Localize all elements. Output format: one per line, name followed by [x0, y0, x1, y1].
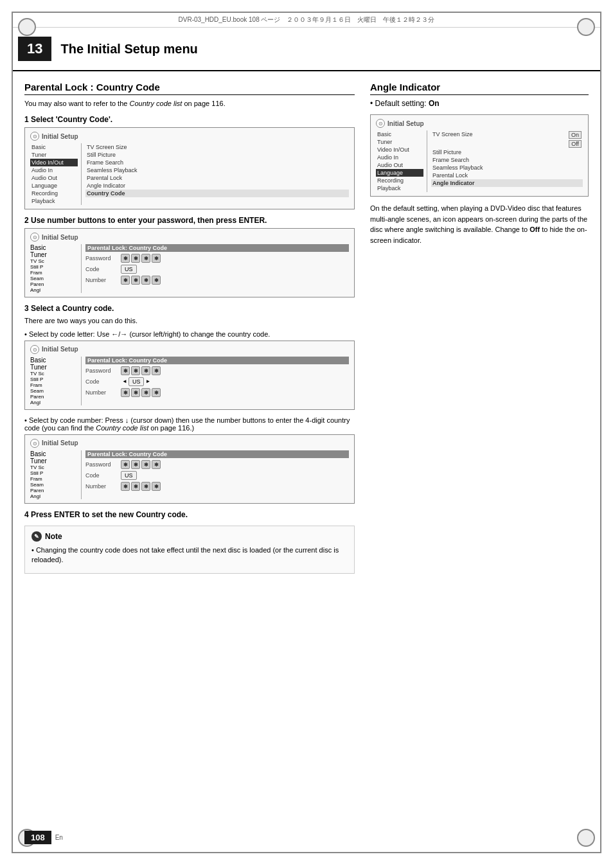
s3bk2: ✱ [131, 460, 140, 469]
cc-number-row: Number ✱ ✱ ✱ ✱ [85, 276, 349, 285]
s3b-frame: Fram [30, 476, 78, 482]
angle-default: Default setting: On [370, 99, 589, 108]
key1: ✱ [121, 254, 130, 263]
step2-box-title: Initial Setup [42, 234, 78, 241]
s3n1: ✱ [121, 388, 130, 397]
angle-box-header: ⊙ Initial Setup [376, 119, 583, 128]
opt-tvscreen: TV Screen Size [85, 143, 349, 151]
left-column: Parental Lock : Country Code You may als… [24, 82, 355, 574]
s3a-frame: Fram [30, 382, 78, 388]
chapter-header: 13 The Initial Setup menu [13, 28, 600, 71]
page-lang: En [55, 834, 63, 841]
setup-logo-icon2: ⊙ [30, 233, 39, 242]
step2-cc-right: Parental Lock: Country Code Password ✱ ✱… [82, 244, 349, 293]
step1-setup-box: ⊙ Initial Setup Basic Tuner Video In/Out… [24, 127, 355, 209]
step3-bullet2: Select by code number: Press ↓ (cursor d… [24, 416, 355, 432]
step3-box1: ⊙ Initial Setup Basic Tuner TV Sc Still … [24, 341, 355, 410]
opt-parental: Parental Lock [85, 174, 349, 182]
note-icon: ✎ [31, 531, 42, 542]
note-bullet: Changing the country code does not take … [31, 545, 348, 565]
cc-code-value: US [121, 265, 137, 274]
cc-number-value: ✱ ✱ ✱ ✱ [121, 276, 161, 285]
s3bn4: ✱ [152, 482, 161, 491]
step2-left-menu: Basic Tuner TV Sc Still P Fram Seam Pare… [30, 244, 82, 293]
s3b-number-value: ✱ ✱ ✱ ✱ [121, 482, 161, 491]
opt-country: Country Code [85, 190, 349, 197]
cc-number-label: Number [85, 277, 121, 283]
angle-panels: Basic Tuner Video In/Out Audio In Audio … [376, 130, 583, 192]
s3a-seam: Seam [30, 388, 78, 394]
cc-code-label: Code [85, 266, 121, 272]
chapter-title: The Initial Setup menu [60, 42, 197, 57]
nkey2: ✱ [131, 276, 140, 285]
s3-number-row: Number ✱ ✱ ✱ ✱ [85, 388, 349, 397]
s3-number-value: ✱ ✱ ✱ ✱ [121, 388, 161, 397]
step3b-cc-right: Parental Lock: Country Code Password ✱ ✱… [82, 450, 349, 499]
s3b-cc-heading: Parental Lock: Country Code [85, 450, 349, 458]
s3b-number-row: Number ✱ ✱ ✱ ✱ [85, 482, 349, 491]
ang-language: Language [376, 169, 423, 177]
parental-lock-heading: Parental Lock : Country Code [24, 82, 355, 95]
opt-stillpic: Still Picture [85, 151, 349, 159]
s3bn1: ✱ [121, 482, 130, 491]
ang-still: Still Picture [431, 148, 583, 156]
step2-cc-panel: Basic Tuner TV Sc Still P Fram Seam Pare… [30, 244, 349, 293]
menu-recording: Recording [30, 190, 78, 197]
meta-bar: DVR-03_HDD_EU.book 108 ページ ２００３年９月１６日 火曜… [13, 13, 600, 28]
step1-box-header: ⊙ Initial Setup [30, 132, 349, 141]
s3-pass-label: Password [85, 368, 121, 374]
ang-on-indicator: On [569, 131, 582, 139]
ang-off-indicator: Off [569, 140, 582, 148]
ang-opt-off: Off [431, 139, 583, 148]
file-info: DVR-03_HDD_EU.book 108 ページ ２００３年９月１６日 火曜… [179, 16, 435, 23]
s2-video: TV Sc [30, 258, 78, 264]
content-area: Parental Lock : Country Code You may als… [13, 71, 600, 574]
menu-audioout: Audio Out [30, 174, 78, 182]
angle-default-text: Default setting: [375, 99, 429, 108]
step3-box2: ⊙ Initial Setup Basic Tuner TV Sc Still … [24, 434, 355, 504]
key2: ✱ [131, 254, 140, 263]
s3a-tuner: Tuner [30, 364, 78, 371]
cc-password-row: Password ✱ ✱ ✱ ✱ [85, 254, 349, 263]
corner-decoration-tl [18, 18, 36, 36]
step3-box2-header: ⊙ Initial Setup [30, 439, 349, 448]
s3bk3: ✱ [141, 460, 150, 469]
step2-box-header: ⊙ Initial Setup [30, 233, 349, 242]
menu-tuner: Tuner [30, 151, 78, 159]
ang-recording: Recording [376, 177, 423, 184]
ang-parental: Parental Lock [431, 172, 583, 179]
page-outer: DVR-03_HDD_EU.book 108 ページ ２００３年９月１６日 火曜… [12, 12, 601, 853]
note-box: ✎ Note Changing the country code does no… [24, 526, 355, 574]
page-footer: 108 En [13, 831, 600, 844]
ang-seamless: Seamless Playback [431, 164, 583, 172]
step3-bullet1-text: Select by code letter: Use ←/→ (cursor l… [29, 330, 270, 338]
nkey1: ✱ [121, 276, 130, 285]
s2-basic: Basic [30, 244, 78, 251]
s3b-code-label: Code [85, 472, 121, 479]
s3bn3: ✱ [141, 482, 150, 491]
ang-playback: Playback [376, 184, 423, 192]
intro-text: You may also want to refer to the [24, 100, 129, 107]
ang-audioin: Audio In [376, 154, 423, 161]
s3k1: ✱ [121, 366, 130, 375]
s3n4: ✱ [152, 388, 161, 397]
angle-logo-icon: ⊙ [376, 119, 385, 128]
s3b-seam: Seam [30, 482, 78, 488]
ang-audioout: Audio Out [376, 161, 423, 169]
s3b-angl: Angl [30, 493, 78, 499]
corner-decoration-tr [577, 18, 595, 36]
cc-password-value: ✱ ✱ ✱ ✱ [121, 254, 161, 263]
s3b-code-row: Code US [85, 471, 349, 480]
s3-password-row: Password ✱ ✱ ✱ ✱ [85, 366, 349, 375]
s2-paren: Paren [30, 281, 78, 287]
step3b-cc-panel: Basic Tuner TV Sc Still P Fram Seam Pare… [30, 450, 349, 499]
cc-code-row: Code US [85, 265, 349, 274]
s3k2: ✱ [131, 366, 140, 375]
step3-left-menu: Basic Tuner TV Sc Still P Fram Seam Pare… [30, 357, 82, 405]
s3b-tuner: Tuner [30, 457, 78, 465]
menu-video: Video In/Out [30, 159, 78, 166]
menu-playback: Playback [30, 197, 78, 205]
angle-description: On the default setting, when playing a D… [370, 203, 589, 245]
ang-opt-tvscreen: TV Screen Size On [431, 130, 583, 139]
s3b-paren: Paren [30, 488, 78, 493]
